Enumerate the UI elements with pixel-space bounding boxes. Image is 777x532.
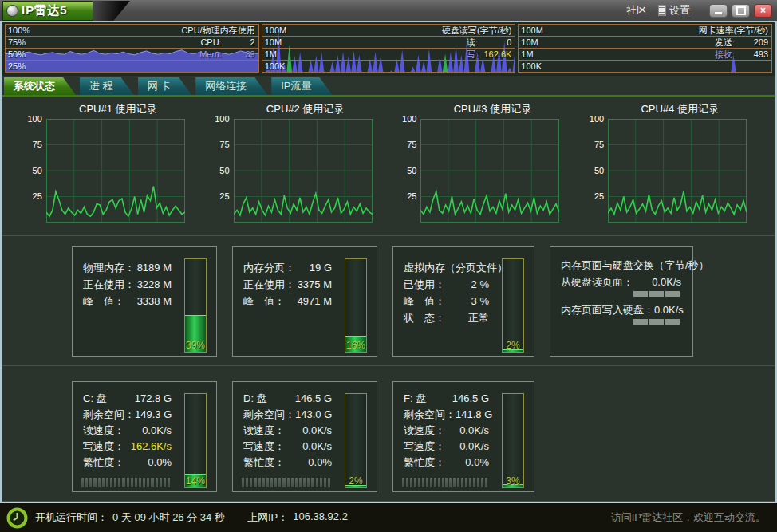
busy-segment [242,478,244,487]
monitor-row: 50% Mem:39 [5,48,259,61]
panel-title: 内存页面与硬盘交换（字节/秒） [561,257,681,274]
tab-network-card[interactable]: 网 卡 [138,77,192,95]
busy-segment [438,478,440,487]
maximize-button[interactable] [732,4,750,18]
stat-value: 2 [222,37,255,48]
stat-value: 209 [735,37,768,48]
virtual-memory-gauge: 2% [502,258,524,353]
cpu-history-section: CPU#1 使用记录 100 75 50 25 CPU#2 使用记录 100 [2,97,775,236]
busy-segment [481,478,483,487]
stat-value: 162.6K [478,49,511,60]
ip-label: 上网IP： [247,510,288,525]
busy-segment [287,478,290,487]
cpu-memory-monitor: 100% CPU/物理内存使用 75% CPU:2 50% Mem:39 25% [5,24,259,74]
stat-label: 读: [467,37,478,48]
busy-segment [164,478,166,487]
panel-title: 虚拟内存（分页文件） [404,259,489,276]
busy-segment [485,478,487,487]
disk-f-gauge: 3% [502,393,524,488]
cpu-usage-line-chart [234,119,373,223]
disk-c-panel: C: 盘172.8 G 剩余空间：149.3 G 读速度：0.0K/s 写速度：… [72,381,217,492]
busy-segment [266,478,269,487]
busy-segment [303,478,306,487]
memory-paging-panel: 内存分页：19 G 正在使用：3375 M 峰 值：4971 M 16% [232,246,377,357]
cpu2-history-chart: CPU#2 使用记录 100 75 50 25 [213,102,377,235]
row-label: 峰 值： [83,293,124,309]
busy-segment [81,478,84,487]
row-label: 写速度： [404,439,445,455]
row-value: 0.0K/s [654,301,684,318]
row-value: 3338 M [137,293,172,309]
scale-label: 1M [521,49,533,60]
row-value: 0.0% [308,455,332,471]
busy-segment [465,478,467,487]
virtual-memory-panel: 虚拟内存（分页文件） 已使用：2 % 峰 值：3 % 状 态：正常 2% [392,246,534,357]
app-title: IP雷达5 [22,3,68,18]
busy-segment [131,478,133,487]
mouse-icon [6,5,18,17]
row-value: 0.0K/s [302,439,332,455]
uptime: 开机运行时间： 0 天 09 小时 26 分 34 秒 [35,510,225,525]
row-label: 写速度： [83,439,124,455]
settings-button[interactable]: 设置 [658,3,690,18]
busy-segment [143,478,145,487]
scale-label: 100M [521,25,543,36]
tab-ip-traffic[interactable]: IP流量 [271,77,332,95]
minimize-button[interactable] [709,4,728,18]
scale-label: 100M [265,25,287,36]
busy-segment [324,478,326,487]
y-axis: 100 75 50 25 [213,119,234,223]
status-bar: 开机运行时间： 0 天 09 小时 26 分 34 秒 上网IP： 106.38… [0,503,777,532]
scale-label: 50% [8,49,26,60]
busy-segment [442,478,444,487]
busy-segment [127,478,129,487]
row-label: 繁忙度： [404,455,445,471]
monitor-row: 100M 硬盘读写(字节/秒) [262,24,516,37]
stat-label: 写: [467,49,478,60]
disk-busy-bar [81,478,170,487]
close-button[interactable]: × [754,4,772,18]
row-label: 读速度： [243,423,285,439]
disk-busy-bar [402,478,487,487]
physical-memory-panel: 物理内存：8189 M 正在使用：3228 M 峰 值：3338 M 39% [72,246,217,357]
tab-system-status[interactable]: 系统状态 [4,77,76,95]
close-icon: × [760,6,766,15]
row-value: 143.0 G [295,407,332,423]
scale-label: 1M [265,49,277,60]
disk-busy-bar [242,478,330,487]
row-label: D: 盘 [243,391,267,407]
memory-section: 物理内存：8189 M 正在使用：3228 M 峰 值：3338 M 39% 内… [2,236,775,366]
cpu1-history-chart: CPU#1 使用记录 100 75 50 25 [26,102,190,235]
row-label: 正在使用： [243,276,295,293]
busy-segment [316,478,318,487]
y-axis: 100 75 50 25 [587,119,608,223]
busy-segment [406,478,408,487]
busy-segment [328,478,330,487]
tab-processes[interactable]: 进 程 [80,77,134,95]
busy-segment [418,478,420,487]
monitor-title: 硬盘读写(字节/秒) [442,25,511,36]
row-value: 正常 [468,309,489,326]
busy-segment [114,478,116,487]
chart-title: CPU#4 使用记录 [587,102,751,119]
busy-segment [270,478,273,487]
row-value: 0.0K/s [652,274,681,290]
page-read-bar [561,291,680,297]
row-value: 3228 M [137,276,172,293]
row-label: F: 盘 [404,391,426,407]
scale-label: 75% [8,37,26,48]
row-value: 149.3 G [135,407,172,423]
busy-segment [402,478,404,487]
community-link[interactable]: 社区 [626,3,647,18]
row-value: 3 % [471,293,489,309]
stat-value: 0 [478,37,511,48]
busy-segment [262,478,265,487]
row-value: 146.5 G [295,391,332,407]
tab-network-connections[interactable]: 网络连接 [195,77,267,95]
busy-segment [414,478,416,487]
uptime-label: 开机运行时间： [35,510,108,525]
scale-label: 10M [265,37,282,48]
chart-title: CPU#3 使用记录 [400,102,564,119]
busy-segment [258,478,261,487]
busy-segment [307,478,310,487]
